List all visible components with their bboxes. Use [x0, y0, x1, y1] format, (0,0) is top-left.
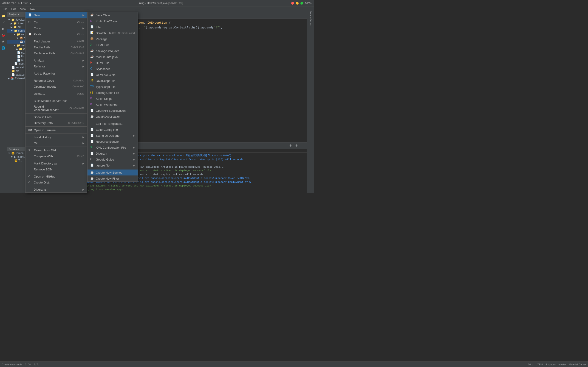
ctx-refactor-arrow: ▶ [82, 65, 84, 68]
favorites-icon[interactable]: ★ [0, 39, 6, 44]
close-button[interactable] [291, 2, 294, 5]
build-icon [28, 99, 32, 102]
web-icon[interactable]: 🌐 [0, 45, 6, 51]
commit-icon[interactable]: ⎇ [0, 19, 6, 25]
output-line-10: Hello Servlet, My first Servlet App! [69, 188, 305, 192]
ctx-new[interactable]: 📄 New ▶ [26, 12, 87, 18]
sub-java-class[interactable]: ☕ Java Class [87, 12, 138, 18]
ctx-reformat[interactable]: Reformat Code Ctrl+Alt+L [26, 77, 87, 83]
ctx-refactor[interactable]: Refactor ▶ [26, 63, 87, 69]
ctx-paste[interactable]: 📋 Paste Ctrl+V [26, 31, 87, 37]
sub-module-info[interactable]: ☕ module-info.java [87, 54, 138, 60]
menu-file[interactable]: File [1, 7, 9, 11]
sub-editorconfig-label: EditorConfig File [96, 128, 118, 131]
ctx-local-history[interactable]: Local History ▶ [26, 134, 87, 140]
ctx-git[interactable]: Git ▶ [26, 140, 87, 146]
database-icon[interactable]: Database [309, 13, 312, 19]
sub-diagram[interactable]: 📄 Diagram ▶ [87, 150, 138, 156]
sub-swing-ui[interactable]: 📄 Swing UI Designer ▶ [87, 133, 138, 139]
menu-nav[interactable]: Nav [28, 7, 37, 11]
sub-stylesheet[interactable]: C Stylesheet [87, 66, 138, 72]
sub-xml-config[interactable]: X XML Configuration File ▶ [87, 144, 138, 150]
compare-icon [28, 154, 32, 158]
ctx-remove-bom[interactable]: Remove BOM [26, 166, 87, 172]
sub-kotlin-script[interactable]: K Kotlin Script [87, 96, 138, 102]
project-icon[interactable]: 📁 [0, 13, 6, 19]
ctx-analyze[interactable]: Analyze ▶ [26, 57, 87, 63]
output-minimize-btn[interactable]: — [300, 143, 305, 148]
ctx-reformat-label: Reformat Code [34, 79, 54, 82]
sub-html[interactable]: H HTML File [87, 60, 138, 66]
sub-edit-tmpl-label: Edit File Templates... [96, 122, 123, 125]
sub-edit-templates[interactable]: Edit File Templates... [87, 121, 138, 127]
ctx-compare-with[interactable]: Compare With... Ctrl+D [26, 153, 87, 159]
ctx-delete-shortcut: Delete [77, 92, 84, 95]
resource-icon: 📄 [90, 140, 94, 143]
ctx-mark-directory[interactable]: Mark Directory as ▶ [26, 160, 87, 166]
sub-ts[interactable]: TS TypeScript File [87, 84, 138, 90]
sub-ignore-arrow: ▶ [133, 164, 135, 167]
menu-view[interactable]: View [18, 7, 28, 11]
sub-kotlin-class[interactable]: K Kotlin File/Class [87, 18, 138, 24]
sub-editorconfig[interactable]: 📄 EditorConfig File [87, 127, 138, 133]
ctx-optimize-imports[interactable]: Optimize Imports Ctrl+Alt+O [26, 83, 87, 90]
sub-javafx[interactable]: ☕ JavaFXApplication [87, 114, 138, 119]
ctx-show-files[interactable]: Show in Files [26, 114, 87, 120]
ctx-copy[interactable]: Copy ▶ [26, 25, 87, 31]
output-line-9: [2020-06-04 04:35:52,256] Artifact servl… [69, 184, 305, 188]
ctx-gist[interactable]: ⊙ Create Gist... [26, 179, 87, 185]
sub-create-servlet[interactable]: ☕ Create New Servlet [87, 169, 138, 175]
output-settings-btn[interactable]: ⚙ [288, 143, 293, 148]
sub-openapi-label: OpenAPI Specification [96, 109, 126, 112]
ctx-rebuild[interactable]: Rebuild 'com.cunyu.servlet' Ctrl+Shift+F… [26, 104, 87, 113]
titlebar-right: ning - HelloServlet.java [servletTest] [139, 2, 183, 5]
ctx-directory-path[interactable]: Directory Path Ctrl+Alt+Shift+2 [26, 120, 87, 126]
ctx-github[interactable]: ⊙ Open on GitHub [26, 173, 87, 179]
ctx-delete[interactable]: Delete... Delete [26, 91, 87, 97]
ctx-find-usages[interactable]: Find Usages Alt+F7 [26, 38, 87, 44]
menu-edit[interactable]: Edit [9, 7, 18, 11]
ctx-diagrams[interactable]: Diagrams ▶ [26, 186, 87, 192]
ctx-cut[interactable]: ✂ Cut Ctrl+X [26, 19, 87, 25]
sub-kotlin-ws[interactable]: K Kotlin Worksheet [87, 102, 138, 108]
godoc-icon[interactable]: Godoc [309, 19, 312, 25]
favorites-icon [28, 72, 32, 75]
html-icon: H [90, 61, 94, 65]
sub-js[interactable]: JS JavaScript File [87, 78, 138, 84]
ctx-copy-label: Copy [34, 27, 41, 30]
sub-package-info[interactable]: ☕ package-info.java [87, 48, 138, 54]
output-gear-btn[interactable]: ⚙ [294, 143, 299, 148]
sub-file[interactable]: 📄 File [87, 24, 138, 30]
minimize-button[interactable] [296, 2, 299, 5]
sub-ignore-file[interactable]: 📄 .ignore file ▶ [87, 162, 138, 168]
sub-package[interactable]: 📦 Package [87, 36, 138, 42]
paste-icon: 📋 [28, 32, 32, 36]
ctx-find-in-path[interactable]: Find in Path... Ctrl+Shift+F [26, 44, 87, 50]
ctx-open-terminal[interactable]: ⌨ Open in Terminal [26, 127, 87, 133]
right-sidebar: Database Godoc [307, 12, 314, 193]
sub-google-guice[interactable]: G Google Guice ▶ [87, 156, 138, 162]
sidebar-icons: 📁 ⎇ ▶ 🐞 ★ 🌐 [0, 12, 7, 193]
run-icon[interactable]: ▶ [0, 26, 6, 32]
sub-scratch[interactable]: 📝 Scratch File Ctrl+Alt+Shift+Insert [87, 30, 138, 36]
ctx-sep-6 [26, 97, 87, 97]
ctx-refactor-label: Refactor [34, 65, 45, 68]
ctx-reload[interactable]: ↺ Reload from Disk [26, 147, 87, 153]
sub-pkgjson[interactable]: { } package.json File [87, 90, 138, 96]
ctx-replace-in-path[interactable]: Replace in Path... Ctrl+Shift+R [26, 50, 87, 56]
sub-openapi[interactable]: 📄 OpenAPI Specification [87, 108, 138, 114]
javafx-icon: ☕ [90, 115, 94, 118]
ctx-analyze-arrow: ▶ [82, 59, 84, 62]
sub-cfml[interactable]: 📄 CFML/CFC file [87, 72, 138, 78]
maximize-button[interactable] [300, 2, 303, 5]
mod-info-icon: ☕ [90, 55, 94, 59]
sub-fxml[interactable]: X FXML File [87, 42, 138, 48]
diagrams-icon [28, 188, 32, 191]
sub-resource-bundle[interactable]: 📄 Resource Bundle [87, 139, 138, 144]
reformat-icon [28, 79, 32, 82]
ctx-build-module[interactable]: Build Module 'servletTest' [26, 98, 87, 104]
debug-icon[interactable]: 🐞 [0, 32, 6, 38]
sub-create-filter[interactable]: ☕ Create New Filter [87, 175, 138, 181]
ctx-sep-7 [26, 113, 87, 114]
ctx-add-favorites[interactable]: Add to Favorites [26, 70, 87, 76]
